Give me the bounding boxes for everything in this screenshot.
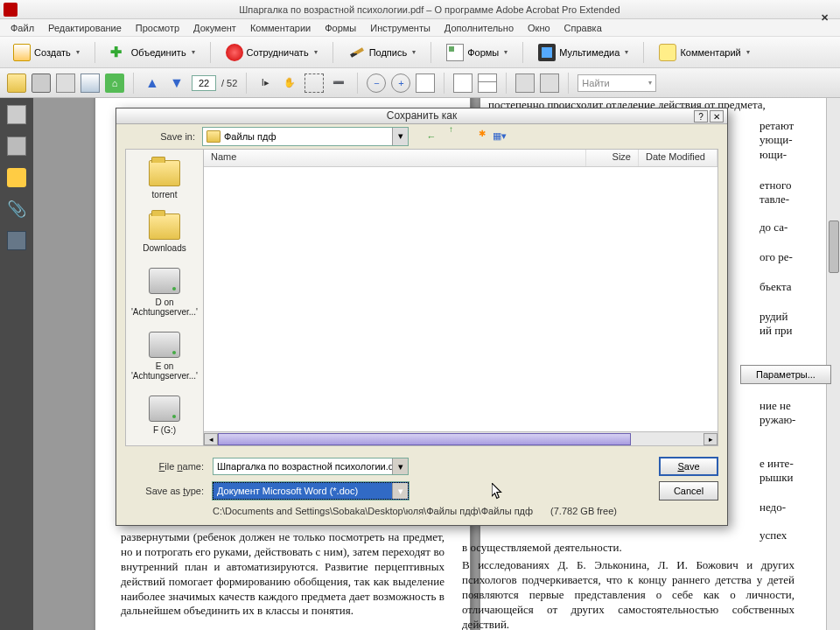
menu-tools[interactable]: Инструменты [365, 21, 436, 35]
hand-tool-icon[interactable]: ✋ [280, 74, 299, 93]
home-icon[interactable]: ⌂ [105, 74, 124, 93]
dropdown-arrow-icon[interactable]: ▾ [392, 458, 408, 474]
column-name[interactable]: Name [204, 150, 586, 166]
select-tool-icon[interactable]: I▸ [256, 74, 275, 93]
find-placeholder: Найти [582, 78, 609, 88]
doc-text-frag: рышки [760, 471, 794, 486]
place-drive-e[interactable]: E on 'Achtungserver...' [130, 328, 200, 385]
create-label: Создать [34, 47, 71, 58]
page-number-input[interactable] [192, 75, 216, 91]
scrollbar-thumb[interactable] [829, 220, 839, 273]
signatures-panel-icon[interactable] [7, 231, 26, 250]
horizontal-scrollbar[interactable]: ◂ ▸ [204, 431, 718, 445]
doc-text-frag: ого ре- [760, 250, 793, 265]
place-drive-d[interactable]: D on 'Achtungserver...' [130, 264, 200, 321]
zoom-plus-icon[interactable]: + [391, 74, 410, 93]
menu-help[interactable]: Справка [559, 21, 607, 35]
doc-text-frag: ющи- [760, 148, 787, 163]
zoom-out-icon[interactable]: ➖ [329, 74, 348, 93]
fit-width-icon[interactable] [416, 74, 435, 93]
menu-view[interactable]: Просмотр [130, 21, 185, 35]
attachments-panel-icon[interactable]: 📎 [7, 200, 26, 219]
menu-forms[interactable]: Формы [319, 21, 361, 35]
forms-button[interactable]: Формы [440, 40, 514, 65]
menu-advanced[interactable]: Дополнительно [439, 21, 519, 35]
back-icon[interactable]: ← [423, 128, 440, 145]
view-menu-icon[interactable]: ▦▾ [491, 128, 508, 145]
new-folder-icon[interactable]: ✱ [468, 128, 486, 145]
toolbar-separator [506, 73, 507, 94]
pen-icon [350, 47, 364, 57]
bookmarks-panel-icon[interactable] [7, 136, 26, 156]
up-one-level-icon[interactable]: ↑ [445, 128, 463, 145]
place-downloads[interactable]: Downloads [130, 210, 200, 257]
filename-input[interactable]: Шпаргалка по возрастной психологии.doc ▾ [213, 458, 409, 475]
menu-comments[interactable]: Комментарии [245, 21, 316, 35]
save-button[interactable]: Save [659, 457, 718, 476]
place-label: F (G:) [130, 425, 200, 436]
window-title: Шпаргалка по возрастной психологии.pdf –… [23, 4, 836, 15]
network-drive-icon [149, 268, 180, 294]
primary-toolbar: Создать ✚ Объединить Сотрудничать Подпис… [0, 37, 840, 68]
save-in-combo[interactable]: Файлы пдф ▾ [202, 127, 409, 146]
dropdown-arrow-icon[interactable]: ▾ [392, 128, 408, 145]
secondary-toolbar: ⌂ ▲ ▼ / 52 I▸ ✋ ➖ − + Найти▾ [0, 68, 840, 98]
column-size[interactable]: Size [586, 150, 639, 166]
find-input[interactable]: Найти▾ [578, 74, 656, 92]
combine-label: Объединить [131, 47, 186, 58]
multimedia-button[interactable]: Мультимедиа [532, 40, 634, 65]
reading-mode-icon[interactable] [515, 74, 535, 93]
column-date[interactable]: Date Modified [639, 150, 718, 166]
cancel-button[interactable]: Cancel [659, 481, 718, 500]
doc-text-frag: недо- [760, 500, 786, 515]
print-icon[interactable] [32, 74, 51, 93]
scroll-right-icon[interactable]: ▸ [704, 433, 718, 445]
page-down-icon[interactable]: ▼ [167, 74, 186, 93]
current-path: C:\Documents and Settings\Sobaka\Desktop… [213, 506, 533, 516]
save-in-label: Save in: [125, 131, 195, 142]
dialog-close-button[interactable]: ✕ [710, 110, 724, 122]
menu-document[interactable]: Документ [188, 21, 242, 35]
collaborate-button[interactable]: Сотрудничать [220, 40, 324, 65]
forms-icon [446, 44, 464, 61]
menu-file[interactable]: Файл [5, 21, 39, 35]
navigation-panel: 📎 [0, 98, 33, 630]
comment-button[interactable]: Комментарий [653, 40, 755, 65]
place-drive-f[interactable]: F (G:) [130, 392, 200, 439]
scroll-left-icon[interactable]: ◂ [204, 433, 218, 445]
page-up-icon[interactable]: ▲ [143, 74, 162, 93]
combine-button[interactable]: ✚ Объединить [104, 40, 201, 65]
continuous-icon[interactable] [478, 74, 497, 93]
dropdown-arrow-icon[interactable]: ▾ [392, 483, 408, 499]
doc-text-frag: ружаю- [760, 413, 795, 428]
window-close-button[interactable]: ✕ [821, 12, 835, 26]
toolbar-separator [643, 42, 644, 63]
collaborate-icon [226, 44, 243, 61]
combine-icon: ✚ [110, 44, 128, 61]
menu-window[interactable]: Окно [522, 21, 556, 35]
open-icon[interactable] [7, 74, 26, 93]
email-icon[interactable] [80, 74, 100, 93]
drive-icon [149, 396, 180, 422]
save-icon[interactable] [56, 74, 75, 93]
marquee-zoom-icon[interactable] [304, 74, 324, 93]
create-button[interactable]: Создать [7, 40, 86, 65]
file-list[interactable]: Name Size Date Modified Параметры... ◂ ▸ [204, 149, 718, 447]
fullscreen-icon[interactable] [540, 74, 559, 93]
single-page-icon[interactable] [453, 74, 472, 93]
doc-text-frag: рудий [760, 310, 788, 325]
toolbar-separator [246, 73, 247, 94]
scrollbar-thumb[interactable] [218, 433, 631, 445]
dialog-help-button[interactable]: ? [694, 110, 708, 122]
save-as-type-combo[interactable]: Документ Microsoft Word (*.doc) ▾ [213, 482, 409, 500]
pages-panel-icon[interactable] [7, 105, 26, 124]
zoom-minus-icon[interactable]: − [367, 74, 386, 93]
toolbar-separator [210, 42, 211, 63]
doc-text-frag: етного [760, 178, 791, 193]
comments-panel-icon[interactable] [7, 168, 26, 187]
sign-label: Подпись [369, 47, 408, 58]
place-torrent[interactable]: torrent [130, 157, 200, 204]
menu-edit[interactable]: Редактирование [43, 21, 127, 35]
sign-button[interactable]: Подпись [342, 40, 423, 65]
parameters-button[interactable]: Параметры... [740, 365, 831, 384]
